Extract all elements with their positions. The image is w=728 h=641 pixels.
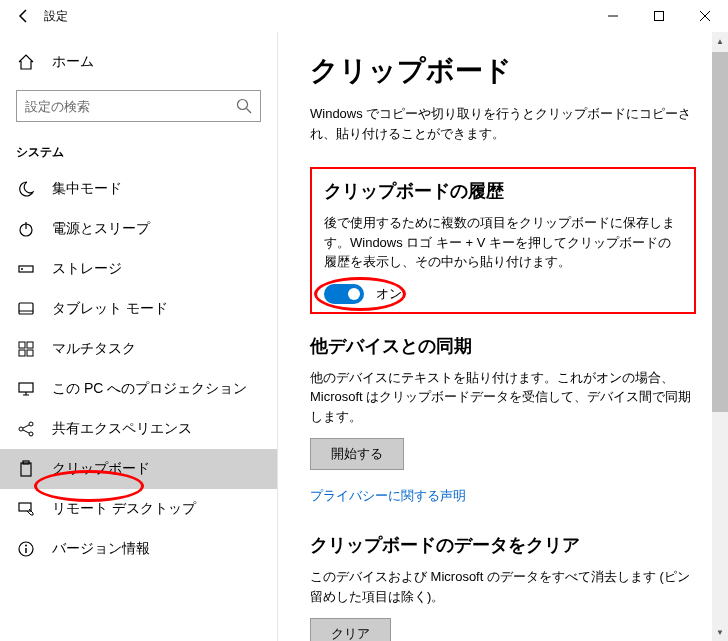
sidebar-item-label: クリップボード — [52, 460, 150, 478]
sidebar-item-label: タブレット モード — [52, 300, 168, 318]
sync-section-title: 他デバイスとの同期 — [310, 334, 696, 358]
highlight-annotation: クリップボードの履歴 後で使用するために複数の項目をクリップボードに保存します。… — [310, 167, 696, 314]
svg-line-20 — [23, 425, 29, 428]
svg-rect-15 — [27, 350, 33, 356]
svg-point-9 — [21, 268, 23, 270]
clear-section: クリップボードのデータをクリア このデバイスおよび Microsoft のデータ… — [310, 533, 696, 641]
home-icon — [16, 52, 36, 72]
scrollbar[interactable]: ▲ ▼ — [712, 32, 728, 641]
svg-line-5 — [247, 109, 252, 114]
sidebar-item-multitask[interactable]: マルチタスク — [0, 329, 277, 369]
svg-point-26 — [25, 545, 27, 547]
svg-rect-10 — [19, 303, 33, 314]
sidebar-item-label: バージョン情報 — [52, 540, 150, 558]
svg-rect-1 — [655, 12, 664, 21]
svg-point-4 — [238, 100, 248, 110]
scrollbar-thumb[interactable] — [712, 52, 728, 412]
sidebar-home-label: ホーム — [52, 53, 94, 71]
sidebar-item-label: 集中モード — [52, 180, 122, 198]
maximize-button[interactable] — [636, 0, 682, 32]
clear-section-title: クリップボードのデータをクリア — [310, 533, 696, 557]
projection-icon — [16, 379, 36, 399]
power-icon — [16, 219, 36, 239]
sidebar-item-clipboard[interactable]: クリップボード — [0, 449, 277, 489]
sidebar-item-label: 共有エクスペリエンス — [52, 420, 192, 438]
sidebar: ホーム システム 集中モード 電源とスリープ ストレージ タブレット モード — [0, 32, 278, 641]
tablet-icon — [16, 299, 36, 319]
moon-icon — [16, 179, 36, 199]
sidebar-item-label: マルチタスク — [52, 340, 136, 358]
minimize-button[interactable] — [590, 0, 636, 32]
window-controls — [590, 0, 728, 32]
clipboard-icon — [16, 459, 36, 479]
clear-section-desc: このデバイスおよび Microsoft のデータをすべて消去します (ピン留めし… — [310, 567, 696, 606]
storage-icon — [16, 259, 36, 279]
svg-rect-13 — [27, 342, 33, 348]
svg-point-17 — [19, 427, 23, 431]
sidebar-item-tablet[interactable]: タブレット モード — [0, 289, 277, 329]
toggle-knob — [348, 288, 360, 300]
history-section-title: クリップボードの履歴 — [324, 179, 682, 203]
svg-point-18 — [29, 422, 33, 426]
history-toggle-row: オン — [324, 284, 682, 304]
history-section-desc: 後で使用するために複数の項目をクリップボードに保存します。Windows ロゴ … — [324, 213, 682, 272]
sidebar-section-label: システム — [0, 134, 277, 169]
info-icon — [16, 539, 36, 559]
svg-point-19 — [29, 432, 33, 436]
share-icon — [16, 419, 36, 439]
svg-rect-12 — [19, 342, 25, 348]
svg-rect-22 — [21, 463, 31, 476]
history-toggle-label: オン — [376, 285, 402, 303]
search-box[interactable] — [16, 90, 261, 122]
multitask-icon — [16, 339, 36, 359]
page-intro: Windows でコピーや切り取りを行うとクリップボードにコピーされ、貼り付ける… — [310, 104, 696, 143]
sidebar-item-storage[interactable]: ストレージ — [0, 249, 277, 289]
back-button[interactable] — [8, 0, 40, 32]
sync-section: 他デバイスとの同期 他のデバイスにテキストを貼り付けます。これがオンの場合、Mi… — [310, 334, 696, 506]
sidebar-item-label: この PC へのプロジェクション — [52, 380, 247, 398]
remote-icon — [16, 499, 36, 519]
titlebar: 設定 — [0, 0, 728, 32]
scrollbar-down-arrow[interactable]: ▼ — [712, 623, 728, 641]
content-area: クリップボード Windows でコピーや切り取りを行うとクリップボードにコピー… — [278, 32, 728, 641]
sync-start-button[interactable]: 開始する — [310, 438, 404, 470]
page-title: クリップボード — [310, 52, 696, 90]
sidebar-item-about[interactable]: バージョン情報 — [0, 529, 277, 569]
svg-rect-14 — [19, 350, 25, 356]
privacy-link[interactable]: プライバシーに関する声明 — [310, 488, 466, 503]
sidebar-item-shared[interactable]: 共有エクスペリエンス — [0, 409, 277, 449]
clear-button[interactable]: クリア — [310, 618, 391, 641]
sidebar-item-focus[interactable]: 集中モード — [0, 169, 277, 209]
sidebar-home[interactable]: ホーム — [0, 42, 277, 82]
close-button[interactable] — [682, 0, 728, 32]
search-input[interactable] — [25, 99, 236, 114]
sidebar-item-projection[interactable]: この PC へのプロジェクション — [0, 369, 277, 409]
history-toggle[interactable] — [324, 284, 364, 304]
sidebar-item-remote[interactable]: リモート デスクトップ — [0, 489, 277, 529]
sidebar-item-label: リモート デスクトップ — [52, 500, 196, 518]
svg-rect-16 — [19, 383, 33, 392]
search-icon — [236, 98, 252, 114]
window-title: 設定 — [44, 8, 68, 25]
scrollbar-up-arrow[interactable]: ▲ — [712, 32, 728, 50]
svg-line-21 — [23, 430, 29, 433]
sidebar-item-label: ストレージ — [52, 260, 122, 278]
sidebar-item-label: 電源とスリープ — [52, 220, 150, 238]
sync-section-desc: 他のデバイスにテキストを貼り付けます。これがオンの場合、Microsoft はク… — [310, 368, 696, 427]
sidebar-item-power[interactable]: 電源とスリープ — [0, 209, 277, 249]
